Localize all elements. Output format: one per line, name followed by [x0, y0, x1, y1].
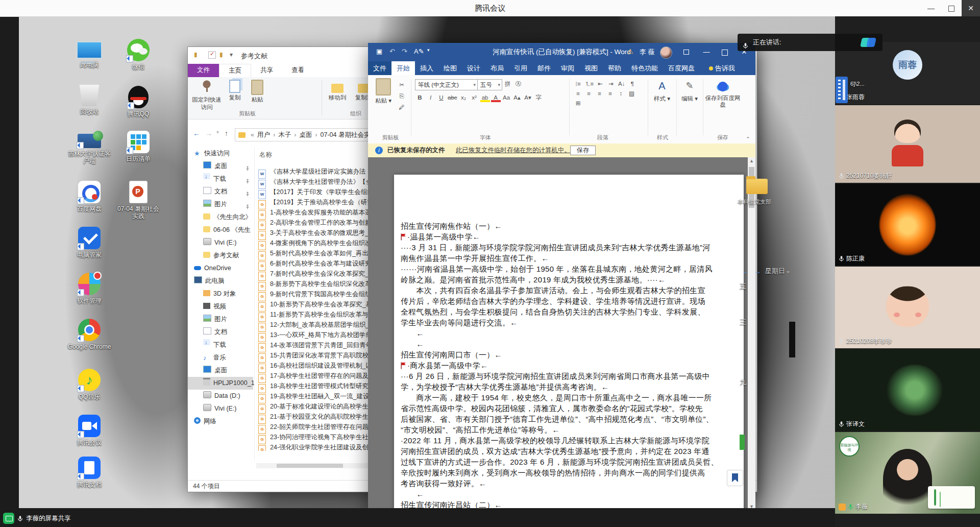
- breadcrumb-item[interactable]: 用户: [256, 129, 271, 141]
- explorer-tab-2[interactable]: 主页: [219, 64, 251, 77]
- sidebar-item[interactable]: Vivi (E:): [188, 402, 253, 415]
- bookmark-button[interactable]: [727, 470, 743, 486]
- superscript-icon[interactable]: x²: [470, 93, 479, 102]
- collapse-ribbon-icon[interactable]: ⌃: [746, 136, 750, 142]
- account-name[interactable]: 李 薇: [640, 47, 655, 57]
- breadcrumb-item[interactable]: 木子: [277, 129, 292, 141]
- bold-icon[interactable]: B: [415, 93, 425, 102]
- desktop-icon-pc-manager[interactable]: 电脑管家: [66, 227, 113, 258]
- forward-icon[interactable]: →: [205, 129, 212, 137]
- desktop-icon-this-pc[interactable]: 此电脑: [66, 39, 113, 68]
- participant-tile[interactable]: 陈正康: [835, 184, 980, 266]
- scroll-up-icon[interactable]: ▲: [748, 157, 755, 165]
- sidebar-item[interactable]: 快速访问: [188, 147, 253, 160]
- warning-icon[interactable]: ⚠: [627, 47, 633, 55]
- sidebar-item[interactable]: 图片: [188, 313, 253, 326]
- format-painter-icon[interactable]: 🖉: [397, 103, 407, 112]
- minimize-button[interactable]: —: [921, 0, 941, 16]
- font-color-icon[interactable]: A: [491, 93, 501, 102]
- participant-tile[interactable]: 新能源与环境李薇: [835, 432, 980, 514]
- sidebar-item[interactable]: HPLJP1000_1: [188, 377, 253, 390]
- word-tab-3[interactable]: 插入: [415, 61, 438, 75]
- participant-tile[interactable]: 雨蓉张雨蓉: [835, 42, 980, 104]
- sidebar-item[interactable]: 06-06 《先生: [188, 224, 253, 236]
- vertical-scrollbar[interactable]: ▲ ▼: [748, 157, 755, 508]
- desktop-icon-software-manager[interactable]: 软件管理: [66, 273, 113, 304]
- recovery-link[interactable]: 此已恢复文件临时存储在您的计算机中。: [456, 143, 571, 157]
- enclose-char-icon[interactable]: 字: [534, 93, 544, 102]
- folder-small-icon[interactable]: ▮: [219, 51, 229, 59]
- explorer-tab-4[interactable]: 查看: [282, 64, 313, 77]
- document-page[interactable]: 招生宣传河南焦作站（一）←·温县第一高级中学←····3 月 31 日，新能源与…: [394, 175, 744, 508]
- subscript-icon[interactable]: x₂: [459, 93, 469, 102]
- word-tab-5[interactable]: 设计: [462, 61, 485, 75]
- word-tab-1[interactable]: 文件: [368, 61, 391, 75]
- sidebar-item[interactable]: 3D 对象: [188, 288, 253, 300]
- borders-icon[interactable]: ⊞: [573, 99, 583, 108]
- desktop-icon-auth-client[interactable]: 吉林大学认证客户端: [66, 131, 113, 164]
- grow-font-icon[interactable]: A▴: [512, 93, 522, 102]
- underline-icon[interactable]: U: [436, 93, 446, 102]
- styles-big-button[interactable]: A样式 ▾: [650, 78, 674, 103]
- desktop-icon-wechat[interactable]: 微信: [115, 39, 162, 70]
- word-tab-2[interactable]: 开始: [391, 61, 415, 75]
- paste-big-button[interactable]: 粘贴 ▾: [371, 78, 396, 105]
- desktop-icon-calendar-list[interactable]: 日历清单: [115, 131, 162, 162]
- paste-button[interactable]: 粘贴: [246, 80, 268, 104]
- back-icon[interactable]: ←: [193, 129, 200, 137]
- move-to-button[interactable]: 移动到: [325, 80, 350, 102]
- meeting-logo-icon[interactable]: [860, 37, 878, 48]
- font-name-select[interactable]: 等线 (中文正文)▾: [415, 79, 478, 90]
- highlight-icon[interactable]: ab: [480, 93, 490, 102]
- change-case-icon[interactable]: Aa: [502, 93, 511, 102]
- word-tab-7[interactable]: 引用: [509, 61, 532, 75]
- word-tab-9[interactable]: 审阅: [556, 61, 579, 75]
- word-tab-8[interactable]: 邮件: [532, 61, 556, 75]
- sidebar-item[interactable]: 参考文献: [188, 249, 253, 262]
- participant-tile[interactable]: 25210710姜兆轩: [835, 105, 980, 183]
- ribbon-display-icon[interactable]: [683, 47, 689, 55]
- qat-dropdown-icon[interactable]: ▾: [230, 51, 239, 59]
- avatar[interactable]: [660, 46, 672, 59]
- indent-icon[interactable]: ⇥: [606, 80, 616, 88]
- italic-icon[interactable]: I: [426, 93, 435, 102]
- explorer-tab-3[interactable]: 共享: [251, 64, 282, 77]
- name-column-header[interactable]: 名称: [259, 151, 272, 159]
- sidebar-item[interactable]: 图片: [188, 198, 253, 211]
- sidebar-item[interactable]: Vivi (E:): [188, 236, 253, 249]
- word-cut-icon[interactable]: ✂: [397, 80, 407, 89]
- pin-quick-access-button[interactable]: 固定到快速访问: [192, 80, 222, 111]
- sidebar-item[interactable]: 下载: [188, 173, 253, 185]
- outdent-icon[interactable]: ⇤: [595, 80, 605, 88]
- sidebar-item[interactable]: 文档: [188, 185, 253, 198]
- word-minimize-button[interactable]: —: [698, 43, 715, 61]
- phonetic-guide-icon[interactable]: 拼: [503, 80, 512, 88]
- sidebar-item[interactable]: 桌面: [188, 364, 253, 377]
- desktop-icon-qq-music[interactable]: QQ音乐: [66, 369, 113, 400]
- calendar-back-icon[interactable]: ←: [740, 268, 751, 276]
- desktop-icon-baidu-pan[interactable]: 百度网盘: [66, 181, 113, 212]
- editing-big-button[interactable]: ✎编辑 ▾: [678, 78, 701, 103]
- sidebar-item[interactable]: 《先生向北》: [188, 211, 253, 224]
- sidebar-item[interactable]: 音乐: [188, 351, 253, 364]
- sidebar-item[interactable]: 此电脑: [188, 275, 253, 288]
- align-right-icon[interactable]: ≡: [595, 89, 604, 98]
- sort-icon[interactable]: A↓: [617, 80, 626, 88]
- desktop-folder-icon[interactable]: [746, 179, 768, 194]
- desktop-icon-tencent-qq[interactable]: 腾讯QQ: [115, 85, 162, 117]
- calendar-forward-icon[interactable]: →: [752, 268, 763, 276]
- align-center-icon[interactable]: ≡: [584, 89, 594, 98]
- quick-access-check-icon[interactable]: [208, 51, 216, 59]
- word-tab-13[interactable]: 百度网盘: [663, 61, 700, 75]
- align-left-icon[interactable]: ≡: [573, 89, 583, 98]
- word-tab-12[interactable]: 特色功能: [626, 61, 663, 75]
- baidu-cloud-save-button[interactable]: 保存到百度网盘: [705, 78, 741, 108]
- copy-button[interactable]: 复制: [224, 80, 246, 102]
- fragment-scrollbar[interactable]: [789, 322, 795, 357]
- sidebar-item[interactable]: 网络: [188, 415, 253, 428]
- breadcrumb-item[interactable]: 07-04 暑期社会实: [319, 129, 371, 141]
- bullets-icon[interactable]: ⁝≡: [573, 80, 583, 88]
- word-tab-6[interactable]: 布局: [485, 61, 509, 75]
- up-icon[interactable]: ↑: [225, 129, 228, 137]
- calendar-chevron-icon[interactable]: ⌄: [782, 267, 794, 275]
